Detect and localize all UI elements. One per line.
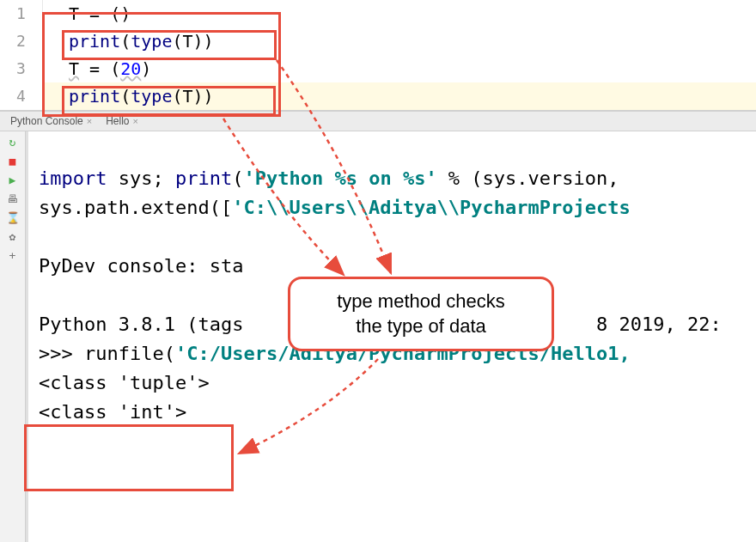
console-text: <class 'tuple'> [39,372,210,393]
console-text: % (sys.version, [437,167,631,189]
code-text: print(type(T)) [43,82,214,110]
console-toolbar: ↻ ■ ▶ 🖶 ⌛ ✿ + [0,131,26,542]
console-text: >>> runfile( [39,343,175,364]
console-text: print [175,167,232,189]
print-icon[interactable]: 🖶 [6,192,20,205]
line-number: 2 [0,27,43,55]
console-text: Python 3.8.1 (tags [39,314,243,335]
line-number: 4 [0,82,43,110]
rerun-icon[interactable]: ↻ [6,135,20,149]
tab-python-console[interactable]: Python Console × [3,113,99,129]
tab-label: Python Console [10,115,83,127]
stop-icon[interactable]: ■ [6,154,20,167]
line-number: 3 [0,55,43,82]
history-icon[interactable]: ⌛ [6,210,20,224]
code-editor[interactable]: 1 T = () 2 print(type(T)) 3 T = (20) 4 p… [0,0,756,111]
add-icon[interactable]: + [6,248,20,262]
callout-text: the type of data [308,314,534,339]
tab-hello[interactable]: Hello × [99,113,145,129]
settings-icon[interactable]: ✿ [6,229,20,243]
code-text: T = () [43,0,131,27]
close-icon[interactable]: × [133,116,138,126]
console-text: <class 'int'> [39,401,186,423]
console-text: PyDev console: sta [39,255,243,277]
annotation-callout: type method checks the type of data [288,277,554,351]
line-number: 1 [0,0,43,27]
code-line-active[interactable]: 4 print(type(T)) [0,82,756,110]
tab-label: Hello [106,115,129,127]
code-text: T = (20) [43,55,151,82]
callout-text: type method checks [308,289,534,314]
code-line[interactable]: 1 T = () [0,0,756,27]
console-text: import [39,167,107,189]
console-text: 8 2019, 22: [596,314,722,335]
console-tabs: Python Console × Hello × [0,111,756,131]
code-line[interactable]: 3 T = (20) [0,55,756,82]
console-text: 'Python %s on %s' [243,167,436,189]
console-text: 'C:\\Users\\Aditya\\PycharmProjects [232,197,631,218]
code-text: print(type(T)) [43,27,214,55]
play-icon[interactable]: ▶ [6,173,20,186]
console-text: ( [232,167,243,189]
console-text: sys.path.extend([ [39,197,232,218]
console-text: sys; [107,167,174,189]
code-line[interactable]: 2 print(type(T)) [0,27,756,55]
close-icon[interactable]: × [87,116,92,126]
